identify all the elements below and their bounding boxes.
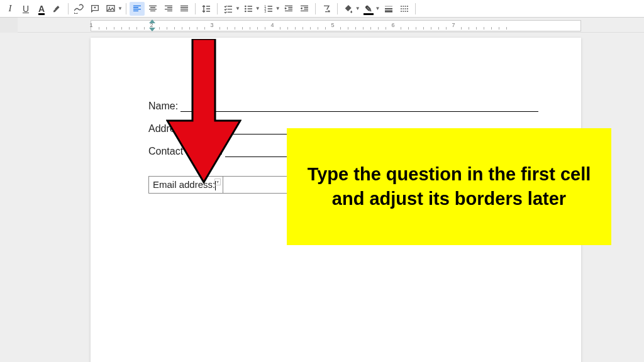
italic-button[interactable]: I	[3, 2, 18, 16]
bulleted-list-button[interactable]	[241, 2, 256, 16]
vertical-ruler-stub	[0, 18, 18, 33]
align-right-icon	[164, 4, 174, 14]
comment-icon	[90, 4, 100, 14]
dropdown-caret-icon[interactable]: ▼	[255, 6, 260, 11]
cell-text: Email address:	[153, 179, 215, 190]
increase-indent-icon	[299, 4, 309, 14]
border-style-button[interactable]	[397, 2, 412, 16]
align-justify-icon	[179, 4, 189, 14]
dropdown-caret-icon[interactable]: ▼	[355, 6, 360, 11]
checklist-icon	[223, 4, 233, 14]
ruler-number: 3	[210, 22, 213, 28]
callout-text: Type the question in the first cell and …	[306, 162, 592, 211]
toolbar-separator	[337, 3, 338, 14]
decrease-indent-button[interactable]	[281, 2, 296, 16]
align-center-button[interactable]	[145, 2, 160, 16]
toolbar-separator	[68, 3, 69, 14]
annotation-callout: Type the question in the first cell and …	[287, 128, 611, 245]
align-left-button[interactable]	[130, 2, 145, 16]
svg-text:3: 3	[264, 9, 266, 13]
form-row-name[interactable]: Name:	[148, 101, 538, 112]
highlight-button[interactable]	[50, 2, 65, 16]
add-comment-button[interactable]	[87, 2, 103, 16]
ruler-number: 1	[89, 22, 92, 28]
svg-point-3	[245, 8, 247, 9]
border-color-button[interactable]	[341, 2, 356, 16]
dropdown-caret-icon[interactable]: ▼	[275, 6, 280, 11]
clear-format-icon	[321, 4, 331, 14]
align-justify-button[interactable]	[177, 2, 192, 16]
toolbar-separator	[195, 3, 196, 14]
align-right-button[interactable]	[161, 2, 176, 16]
horizontal-ruler[interactable]: 1 2 3 4 5 6 7	[91, 20, 581, 31]
insert-link-button[interactable]	[72, 2, 87, 16]
numbered-list-icon: 123	[264, 4, 274, 14]
line-spacing-icon	[201, 4, 211, 14]
image-icon	[106, 4, 116, 14]
highlighter-icon	[52, 4, 62, 14]
formatting-toolbar: I U A ▼ ▼ ▼ 123 ▼	[0, 0, 644, 18]
border-pen-button[interactable]: ✎	[361, 2, 376, 16]
ruler-area: 1 2 3 4 5 6 7	[0, 18, 644, 33]
field-underline	[180, 101, 538, 112]
ruler-number: 4	[270, 22, 274, 28]
toolbar-separator	[315, 3, 316, 14]
insert-image-button[interactable]	[103, 2, 118, 16]
bullet-list-icon	[243, 4, 253, 14]
decrease-indent-icon	[284, 4, 294, 14]
dropdown-caret-icon[interactable]: ▼	[118, 6, 123, 11]
table-cell-first[interactable]: Email address: ▾	[149, 177, 223, 194]
text-color-button[interactable]: A	[34, 2, 49, 16]
line-spacing-button[interactable]	[199, 2, 214, 16]
field-label: Address:	[148, 123, 191, 134]
cell-dropdown-icon[interactable]: ▾	[214, 178, 221, 185]
toolbar-separator	[415, 3, 416, 14]
dropdown-caret-icon[interactable]: ▼	[375, 6, 380, 11]
ruler-number: 7	[452, 22, 455, 28]
border-width-icon	[384, 4, 394, 14]
border-width-button[interactable]	[381, 2, 396, 16]
clear-formatting-button[interactable]	[319, 2, 334, 16]
increase-indent-button[interactable]	[297, 2, 312, 16]
ruler-number: 2	[150, 22, 153, 28]
svg-point-4	[245, 10, 247, 12]
align-center-icon	[148, 4, 158, 14]
paint-bucket-icon	[343, 4, 353, 14]
ruler-number: 6	[391, 22, 394, 28]
svg-point-2	[245, 5, 247, 7]
dropdown-caret-icon[interactable]: ▼	[235, 6, 240, 11]
underline-button[interactable]: U	[18, 2, 33, 16]
link-icon	[74, 4, 84, 14]
table-row[interactable]: Email address: ▾	[149, 177, 303, 194]
field-label: Name:	[148, 101, 180, 112]
toolbar-separator	[217, 3, 218, 14]
email-table[interactable]: Email address: ▾	[148, 176, 303, 194]
toolbar-separator	[126, 3, 126, 14]
ruler-number: 5	[331, 22, 334, 28]
numbered-list-button[interactable]: 123	[261, 2, 276, 16]
align-left-icon	[132, 4, 142, 14]
field-label: Contact number:	[148, 146, 225, 157]
svg-point-1	[109, 7, 110, 8]
border-dash-icon	[399, 4, 409, 14]
checklist-button[interactable]	[221, 2, 236, 16]
